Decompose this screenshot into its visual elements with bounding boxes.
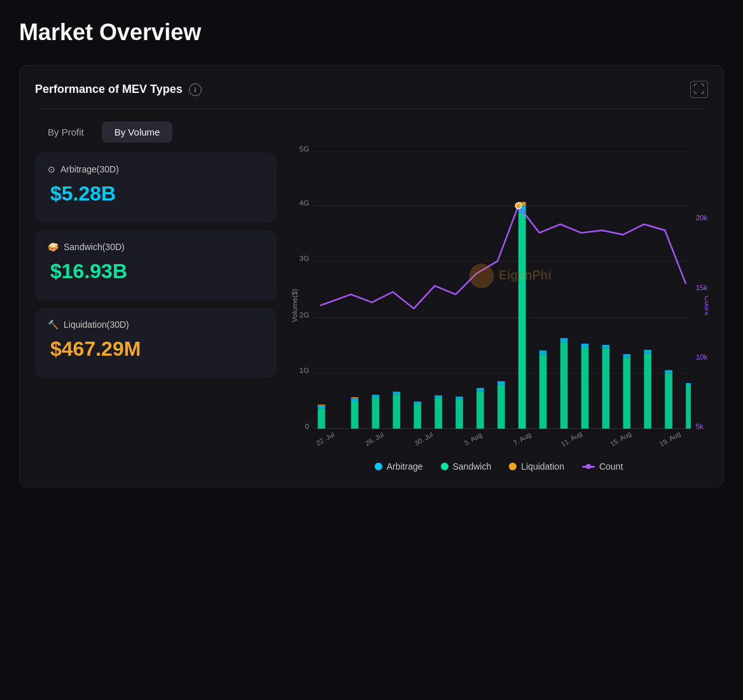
svg-text:Count: Count — [704, 296, 708, 316]
svg-rect-26 — [318, 409, 326, 429]
svg-rect-39 — [434, 395, 442, 398]
svg-rect-42 — [476, 392, 484, 429]
svg-text:5k: 5k — [696, 422, 704, 430]
svg-rect-57 — [623, 358, 630, 428]
svg-rect-60 — [644, 350, 651, 354]
arbitrage-icon: ⊙ — [48, 164, 55, 174]
left-panel: By Profit By Volume ⊙ Arbitrage(30D) $5.… — [35, 122, 277, 472]
liquidation-label: 🔨 Liquidation(30D) — [48, 319, 264, 330]
svg-rect-37 — [413, 402, 421, 404]
svg-text:15. Aug: 15. Aug — [609, 430, 632, 447]
svg-text:1G: 1G — [299, 366, 309, 374]
svg-rect-55 — [602, 349, 610, 429]
svg-rect-41 — [455, 396, 463, 399]
page-title: Market Overview — [19, 19, 724, 46]
svg-rect-31 — [351, 397, 359, 398]
svg-rect-58 — [623, 354, 630, 358]
sandwich-label: 🥪 Sandwich(30D) — [48, 242, 264, 252]
svg-rect-53 — [581, 347, 589, 429]
main-card: Performance of MEV Types i ⛶ By Profit B… — [19, 65, 724, 487]
svg-rect-49 — [539, 354, 547, 428]
svg-rect-30 — [351, 398, 359, 402]
svg-text:30. Jul: 30. Jul — [413, 430, 434, 447]
svg-text:11. Aug: 11. Aug — [560, 430, 583, 447]
liquidation-value: $467.29M — [50, 337, 264, 361]
svg-rect-28 — [318, 405, 326, 406]
svg-text:15k: 15k — [696, 283, 708, 291]
info-icon[interactable]: i — [189, 83, 202, 96]
svg-text:3. Aug: 3. Aug — [462, 431, 483, 447]
svg-rect-45 — [497, 381, 505, 386]
svg-text:2G: 2G — [299, 311, 309, 319]
svg-text:10k: 10k — [696, 353, 708, 361]
svg-rect-54 — [581, 344, 589, 347]
svg-text:Volume($): Volume($) — [290, 288, 298, 322]
svg-rect-38 — [434, 398, 442, 428]
svg-rect-36 — [413, 404, 421, 429]
arbitrage-label: ⊙ Arbitrage(30D) — [48, 164, 264, 174]
arbitrage-legend-label: Arbitrage — [387, 461, 423, 472]
card-title: Performance of MEV Types — [35, 83, 183, 96]
sandwich-legend-label: Sandwich — [453, 461, 492, 472]
arbitrage-card: ⊙ Arbitrage(30D) $5.28B — [35, 153, 277, 223]
sandwich-icon: 🥪 — [48, 242, 59, 252]
content-area: By Profit By Volume ⊙ Arbitrage(30D) $5.… — [35, 122, 708, 472]
card-header: Performance of MEV Types i ⛶ — [35, 81, 708, 109]
svg-text:22. Jul: 22. Jul — [315, 430, 336, 447]
svg-text:20k: 20k — [696, 213, 708, 221]
expand-icon[interactable]: ⛶ — [690, 81, 708, 98]
sandwich-legend-dot — [441, 463, 448, 470]
arbitrage-legend-dot — [375, 463, 382, 470]
svg-rect-64 — [686, 383, 691, 386]
svg-rect-44 — [497, 386, 505, 429]
sandwich-card: 🥪 Sandwich(30D) $16.93B — [35, 230, 277, 300]
svg-rect-40 — [455, 399, 463, 428]
svg-text:26. Jul: 26. Jul — [364, 430, 385, 447]
chart-container: 0 1G 2G 3G 4G 5G Volume($) 5k 10k 15k 20… — [289, 122, 708, 452]
svg-rect-52 — [560, 338, 568, 342]
count-legend-label: Count — [599, 461, 623, 472]
svg-text:5G: 5G — [299, 144, 309, 153]
liquidation-card: 🔨 Liquidation(30D) $467.29M — [35, 308, 277, 378]
svg-rect-62 — [665, 370, 672, 374]
metric-cards: ⊙ Arbitrage(30D) $5.28B 🥪 Sandwich(30D) … — [35, 153, 277, 378]
svg-rect-29 — [351, 402, 359, 429]
svg-rect-32 — [372, 398, 380, 428]
svg-text:4G: 4G — [299, 199, 309, 207]
svg-rect-51 — [560, 342, 568, 428]
svg-rect-27 — [318, 406, 326, 409]
legend-count: Count — [582, 461, 623, 472]
svg-text:7. Aug: 7. Aug — [512, 431, 532, 447]
svg-rect-61 — [665, 373, 672, 428]
svg-text:19. Aug: 19. Aug — [658, 430, 681, 447]
card-header-left: Performance of MEV Types i — [35, 83, 202, 96]
chart-svg: 0 1G 2G 3G 4G 5G Volume($) 5k 10k 15k 20… — [289, 122, 708, 452]
chart-legend: Arbitrage Sandwich Liquidation Count — [289, 461, 708, 472]
svg-rect-46 — [518, 213, 526, 429]
liquidation-legend-dot — [509, 463, 517, 470]
svg-text:0: 0 — [305, 422, 309, 430]
legend-arbitrage: Arbitrage — [375, 461, 423, 472]
svg-rect-35 — [393, 392, 401, 395]
svg-rect-43 — [476, 388, 484, 392]
by-profit-button[interactable]: By Profit — [35, 122, 97, 143]
svg-rect-56 — [602, 345, 610, 349]
by-volume-button[interactable]: By Volume — [102, 122, 173, 143]
legend-sandwich: Sandwich — [441, 461, 492, 472]
liquidation-legend-label: Liquidation — [521, 461, 564, 472]
svg-rect-34 — [393, 395, 401, 428]
svg-text:3G: 3G — [299, 254, 309, 262]
svg-rect-59 — [644, 354, 651, 429]
svg-rect-33 — [372, 395, 380, 398]
sandwich-value: $16.93B — [50, 260, 264, 283]
svg-rect-50 — [539, 351, 547, 355]
svg-rect-63 — [686, 386, 691, 429]
toggle-buttons: By Profit By Volume — [35, 122, 277, 143]
count-legend-line — [582, 466, 595, 468]
arbitrage-value: $5.28B — [50, 182, 264, 206]
chart-area: 0 1G 2G 3G 4G 5G Volume($) 5k 10k 15k 20… — [289, 122, 708, 472]
liquidation-icon: 🔨 — [48, 319, 59, 330]
svg-text:EigenPhi: EigenPhi — [499, 268, 552, 282]
svg-point-65 — [515, 202, 522, 209]
legend-liquidation: Liquidation — [509, 461, 564, 472]
